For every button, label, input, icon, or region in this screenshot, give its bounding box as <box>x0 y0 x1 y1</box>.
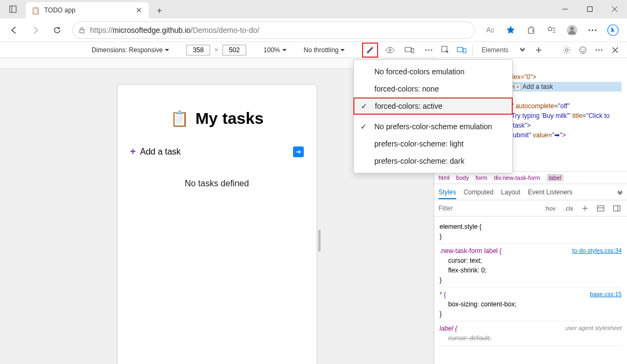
crumb-div[interactable]: div.new-task-form <box>494 174 540 181</box>
svg-point-30 <box>584 48 585 50</box>
height-input[interactable] <box>222 45 246 55</box>
favorites-list-icon[interactable] <box>542 20 561 40</box>
svg-point-12 <box>589 29 590 31</box>
brush-icon <box>366 46 374 54</box>
add-task-row[interactable]: + Add a task ➔ <box>123 143 311 160</box>
chevron-down-icon <box>282 48 287 52</box>
back-button[interactable] <box>4 20 24 40</box>
maximize-button[interactable] <box>577 0 602 18</box>
devtools-toolbar: Dimensions: Responsive × 100% No throttl… <box>0 42 627 58</box>
filter-input[interactable] <box>438 205 538 212</box>
dd-no-prefers-scheme[interactable]: ✓No prefers-color-scheme emulation <box>354 118 512 135</box>
new-tab-button[interactable]: + <box>152 3 167 18</box>
dd-forced-colors-none[interactable]: forced-colors: none <box>354 80 512 97</box>
svg-point-14 <box>595 29 597 31</box>
crumb-label[interactable]: label <box>547 174 563 181</box>
svg-point-13 <box>592 29 594 31</box>
menu-icon[interactable] <box>583 20 602 40</box>
styles-filter-row: :hov .cls <box>434 200 627 216</box>
svg-point-31 <box>596 49 597 51</box>
minimize-button[interactable] <box>553 0 577 18</box>
dd-forced-colors-active[interactable]: ✓forced-colors: active <box>353 97 513 115</box>
svg-rect-38 <box>597 206 604 211</box>
reading-mode-icon[interactable]: A)) <box>480 20 500 40</box>
dd-prefers-dark[interactable]: prefers-color-scheme: dark <box>354 152 512 170</box>
vision-deficiency-button[interactable] <box>382 43 398 58</box>
refresh-button[interactable] <box>47 20 67 40</box>
extensions-icon[interactable] <box>521 20 541 40</box>
devices-icon <box>405 46 414 54</box>
submit-icon[interactable]: ➔ <box>293 146 304 157</box>
css-media-button[interactable] <box>402 43 417 58</box>
inspect-button[interactable] <box>438 43 453 58</box>
add-tab-button[interactable] <box>531 43 546 58</box>
chevron-down-icon <box>165 48 169 52</box>
url-field[interactable]: https://microsoftedge.github.io/Demos/de… <box>72 22 475 39</box>
close-devtools-button[interactable] <box>608 43 623 58</box>
rule-source-link[interactable]: base.css:15 <box>590 290 622 299</box>
url-text: https://microsoftedge.github.io/Demos/de… <box>90 26 259 34</box>
tab-styles[interactable]: Styles <box>438 188 456 199</box>
cls-button[interactable]: .cls <box>562 205 576 212</box>
svg-rect-6 <box>80 30 84 33</box>
svg-rect-24 <box>463 48 466 53</box>
styles-pane[interactable]: element.style { } .new-task-form label {… <box>434 216 627 364</box>
tab-close-icon[interactable]: ✕ <box>135 6 143 15</box>
hov-button[interactable]: :hov <box>542 205 558 212</box>
svg-point-27 <box>566 48 568 51</box>
svg-rect-3 <box>588 7 593 12</box>
settings-icon[interactable] <box>559 43 574 58</box>
favorite-icon[interactable] <box>501 20 520 40</box>
lock-icon <box>78 26 86 34</box>
svg-rect-17 <box>405 47 411 52</box>
tab-favicon: 📋 <box>31 6 40 15</box>
dd-no-forced-colors[interactable]: No forced-colors emulation <box>354 63 512 80</box>
rule-source-link[interactable]: to-do-styles.css:34 <box>572 246 622 256</box>
app-title-text: My tasks <box>196 109 264 128</box>
dd-prefers-light[interactable]: prefers-color-scheme: light <box>354 135 512 152</box>
more-subtabs-icon[interactable] <box>617 190 623 195</box>
tab-event-listeners[interactable]: Event Listeners <box>528 188 573 196</box>
elements-tab[interactable]: Elements <box>476 42 514 58</box>
width-input[interactable] <box>186 45 210 55</box>
feedback-icon[interactable] <box>575 43 590 58</box>
svg-rect-18 <box>412 48 414 53</box>
check-icon: ✓ <box>360 122 367 131</box>
device-icon <box>457 46 466 54</box>
rendering-emulation-button[interactable] <box>362 43 378 58</box>
svg-point-32 <box>598 49 600 51</box>
rule-selector: * { <box>440 290 446 299</box>
bing-icon[interactable] <box>603 20 623 40</box>
new-rule-button[interactable] <box>580 205 590 212</box>
eye-icon <box>385 46 395 54</box>
device-toolbar-button[interactable] <box>454 43 469 58</box>
svg-point-21 <box>431 49 433 51</box>
zoom-dropdown[interactable]: 100% <box>263 46 287 54</box>
panel-toggle-icon[interactable] <box>611 205 623 212</box>
close-window-button[interactable] <box>602 0 627 18</box>
address-bar: https://microsoftedge.github.io/Demos/de… <box>0 18 627 42</box>
crumb-form[interactable]: form <box>476 174 487 181</box>
tab-actions-btn[interactable] <box>0 0 26 18</box>
app-title: 📋 My tasks <box>123 104 311 143</box>
rule-source-ua: user agent stylesheet <box>565 324 622 333</box>
profile-icon[interactable] <box>562 20 582 40</box>
devtools-menu-icon[interactable] <box>591 43 607 58</box>
tab-layout[interactable]: Layout <box>501 188 520 196</box>
browser-tab[interactable]: 📋 TODO app ✕ <box>26 2 149 18</box>
svg-rect-23 <box>457 47 463 52</box>
svg-point-19 <box>426 49 427 51</box>
svg-point-29 <box>581 48 582 50</box>
forward-button <box>26 20 45 40</box>
computed-toggle-icon[interactable] <box>595 205 607 212</box>
crumb-html[interactable]: html <box>438 174 450 181</box>
more-emulation-button[interactable] <box>421 43 436 58</box>
tab-computed[interactable]: Computed <box>464 188 493 196</box>
add-task-label: Add a task <box>140 147 288 157</box>
crumb-body[interactable]: body <box>456 174 469 181</box>
throttling-dropdown[interactable]: No throttling <box>304 46 345 54</box>
dimensions-dropdown[interactable]: Dimensions: Responsive <box>92 46 169 54</box>
more-tabs-icon[interactable] <box>515 43 530 58</box>
resize-handle-right[interactable] <box>318 230 321 251</box>
rendering-emulation-dropdown: No forced-colors emulation forced-colors… <box>353 59 513 173</box>
